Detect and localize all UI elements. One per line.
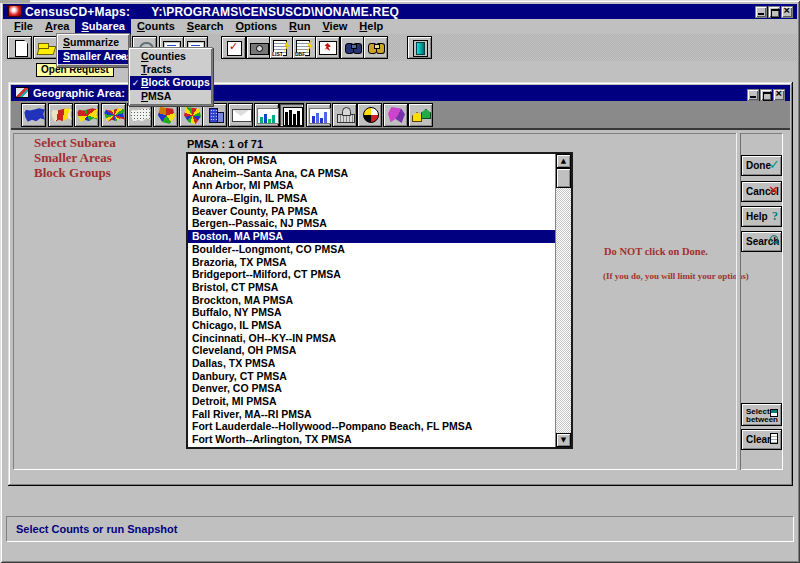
list-item[interactable]: Cleveland, OH PMSA	[188, 344, 555, 357]
geo-toolbar-button[interactable]	[202, 103, 227, 127]
toolbar-button[interactable]	[363, 36, 388, 59]
list-item[interactable]: Fall River, MA--RI PMSA	[188, 408, 555, 421]
snapshot-camera-icon	[249, 39, 268, 56]
geo-toolbar-button[interactable]	[74, 103, 99, 127]
clear-button[interactable]: Clear	[741, 429, 782, 450]
toolbar-button[interactable]	[315, 36, 340, 59]
submenu-option[interactable]: ✓Block Groups	[130, 76, 211, 89]
new-document-icon	[10, 39, 29, 56]
list-item[interactable]: Cincinnati, OH--KY--IN PMSA	[188, 332, 555, 345]
help-button[interactable]: Help ?	[741, 206, 782, 227]
list-item[interactable]: Aurora--Elgin, IL PMSA	[188, 192, 555, 205]
toolbar-button[interactable]	[340, 36, 365, 59]
list-item[interactable]: Boulder--Longmont, CO PMSA	[188, 243, 555, 256]
done-warning-line2: (If you do, you will limit your options)	[603, 271, 749, 281]
geo-maximize-button[interactable]	[760, 89, 772, 101]
list-item[interactable]: Bristol, CT PMSA	[188, 281, 555, 294]
geo-toolbar-button[interactable]	[153, 103, 178, 127]
bar-chart-blue-icon	[309, 106, 328, 124]
menu-item[interactable]: Run	[283, 19, 316, 34]
geo-toolbar-button[interactable]	[21, 103, 46, 127]
toolbar-button[interactable]: DBF	[292, 36, 317, 59]
toolbar-button[interactable]	[407, 36, 432, 59]
scrollbar-thumb[interactable]	[556, 168, 571, 188]
geo-toolbar-button[interactable]	[127, 103, 152, 127]
list-item[interactable]: Dallas, TX PMSA	[188, 357, 555, 370]
geo-toolbar-button[interactable]	[179, 103, 204, 127]
list-scrollbar[interactable]	[555, 154, 571, 447]
geo-toolbar-button[interactable]	[228, 103, 253, 127]
close-button[interactable]	[781, 6, 793, 18]
us-map-states-icon	[104, 106, 123, 124]
menu-item[interactable]: Counts	[131, 19, 181, 34]
menu-option[interactable]: Smaller Areas ►	[58, 50, 128, 64]
list-item[interactable]: Beaver County, PA PMSA	[188, 205, 555, 218]
menu-item[interactable]: File	[8, 19, 39, 34]
geo-minimize-button[interactable]	[747, 89, 759, 101]
menu-item[interactable]: Help	[353, 19, 389, 34]
pmsa-list: Akron, OH PMSAAnaheim--Santa Ana, CA PMS…	[188, 154, 555, 447]
question-mark-icon: ?	[772, 209, 778, 224]
menu-item[interactable]: Search	[181, 19, 230, 34]
list-item[interactable]: Buffalo, NY PMSA	[188, 306, 555, 319]
list-item[interactable]: Danbury, CT PMSA	[188, 370, 555, 383]
smaller-areas-submenu: Counties Tracts ✓Block Groups PMSA	[128, 47, 213, 106]
geo-window-controls	[747, 89, 785, 101]
toolbar-button[interactable]: LIST	[269, 36, 294, 59]
list-item[interactable]: Chicago, IL PMSA	[188, 319, 555, 332]
list-item[interactable]: Brockton, MA PMSA	[188, 294, 555, 307]
toolbar-button[interactable]	[7, 36, 32, 59]
toolbar-button[interactable]	[33, 36, 58, 59]
instruction-line: Select Subarea	[34, 135, 116, 150]
envelope-icon	[231, 106, 250, 124]
geo-toolbar-button[interactable]	[357, 103, 382, 127]
list-item[interactable]: Akron, OH PMSA	[188, 154, 555, 167]
scroll-down-icon[interactable]	[556, 433, 571, 447]
cancel-label: Cancel	[746, 186, 779, 197]
toolbar-button[interactable]	[246, 36, 271, 59]
menu-option[interactable]: Summarize	[58, 36, 128, 50]
list-item[interactable]: Fort Worth--Arlington, TX PMSA	[188, 433, 555, 446]
menu-item[interactable]: Area	[39, 19, 75, 34]
list-item[interactable]: Fort Lauderdale--Hollywood--Pompano Beac…	[188, 420, 555, 433]
geo-toolbar-button[interactable]	[408, 103, 433, 127]
censuscd-maps-window: CensusCD+Maps: Y:\PROGRAMS\CENSUSCD\NONA…	[0, 0, 800, 563]
geo-toolbar-button[interactable]	[383, 103, 408, 127]
geo-close-button[interactable]	[773, 89, 785, 101]
window-edge-fragment	[0, 0, 30, 3]
menu-item[interactable]: Subarea	[75, 19, 130, 34]
us-map-divisions-icon	[77, 106, 96, 124]
list-item[interactable]: Bergen--Passaic, NJ PMSA	[188, 217, 555, 230]
minimize-button[interactable]	[755, 6, 767, 18]
submenu-option[interactable]: Counties	[130, 50, 211, 63]
menu-item[interactable]: Options	[229, 19, 283, 34]
done-button[interactable]: Done ✓	[741, 155, 782, 176]
houses-icon	[411, 106, 430, 124]
geo-toolbar-button[interactable]	[332, 103, 357, 127]
list-item[interactable]: Brazoria, TX PMSA	[188, 256, 555, 269]
geo-toolbar-button[interactable]	[254, 103, 279, 127]
list-item[interactable]: Anaheim--Santa Ana, CA PMSA	[188, 167, 555, 180]
cancel-button[interactable]: Cancel ×	[741, 181, 782, 202]
toolbar-button[interactable]	[221, 36, 246, 59]
us-map-counties-icon	[130, 106, 149, 124]
maximize-button[interactable]	[768, 6, 780, 18]
scroll-up-icon[interactable]	[556, 154, 571, 168]
pmsa-count-label: PMSA : 1 of 71	[187, 138, 263, 150]
menu-item[interactable]: View	[316, 19, 353, 34]
list-item[interactable]: Ann Arbor, MI PMSA	[188, 179, 555, 192]
submenu-option[interactable]: Tracts	[130, 63, 211, 76]
geo-toolbar-button[interactable]	[279, 103, 304, 127]
submenu-option[interactable]: PMSA	[130, 90, 211, 103]
list-item[interactable]: Detroit, MI PMSA	[188, 395, 555, 408]
us-map-solid-icon	[24, 106, 43, 124]
list-item[interactable]: Denver, CO PMSA	[188, 382, 555, 395]
list-item[interactable]: Boston, MA PMSA	[188, 230, 555, 243]
run-report-icon	[318, 39, 337, 56]
geo-toolbar-button[interactable]	[48, 103, 73, 127]
search-button[interactable]: Search	[741, 231, 782, 252]
geo-toolbar-button[interactable]	[306, 103, 331, 127]
list-item[interactable]: Bridgeport--Milford, CT PMSA	[188, 268, 555, 281]
select-between-button[interactable]: Select between	[741, 403, 782, 426]
geo-toolbar-button[interactable]	[101, 103, 126, 127]
